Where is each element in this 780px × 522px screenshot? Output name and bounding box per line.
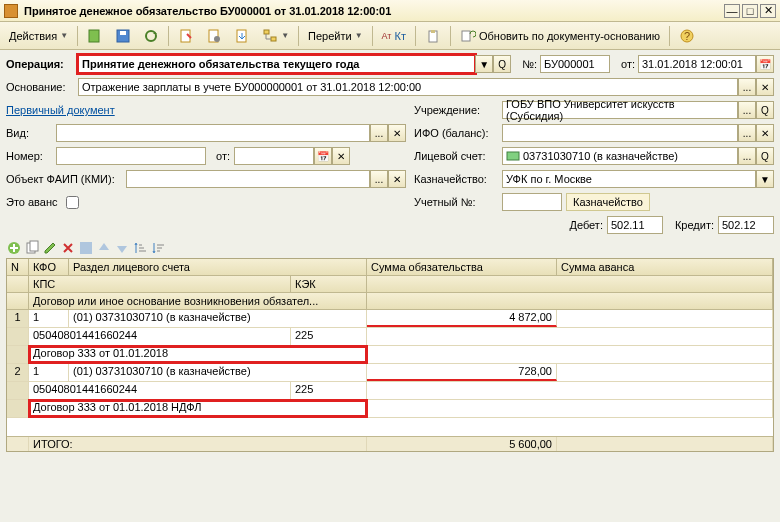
repost-button[interactable]	[138, 25, 164, 47]
ifo-clear[interactable]: ✕	[756, 124, 774, 142]
col-kek[interactable]: КЭК	[291, 276, 367, 292]
form-area: Операция: Принятие денежного обязательст…	[0, 50, 780, 456]
account-open[interactable]: Q	[756, 147, 774, 165]
operation-clear[interactable]: Q	[493, 55, 511, 73]
copy-row-icon[interactable]	[24, 240, 40, 256]
create-based-button[interactable]: ▼	[257, 25, 294, 47]
actions-menu[interactable]: Действия▼	[4, 25, 73, 47]
type-clear[interactable]: ✕	[388, 124, 406, 142]
operation-dropdown[interactable]: ▼	[475, 55, 493, 73]
clipboard-button[interactable]	[420, 25, 446, 47]
add-row-icon[interactable]	[6, 240, 22, 256]
basis-select[interactable]: ...	[738, 78, 756, 96]
institution-open[interactable]: Q	[756, 101, 774, 119]
num-field[interactable]	[56, 147, 206, 165]
table-row[interactable]: Договор 333 от 01.01.2018	[7, 346, 773, 364]
edit-row-icon[interactable]	[42, 240, 58, 256]
table-row[interactable]: 05040801441660244 225	[7, 382, 773, 400]
basis-field[interactable]: Отражение зарплаты в учете БУ000000001 о…	[78, 78, 738, 96]
col-kps[interactable]: КПС	[29, 276, 291, 292]
footer-total: 5 600,00	[367, 437, 557, 451]
debit-label: Дебет:	[565, 219, 606, 231]
date-field[interactable]: 31.01.2018 12:00:01	[638, 55, 756, 73]
doc-icon	[178, 28, 194, 44]
primary-doc-link[interactable]: Первичный документ	[6, 104, 115, 116]
grid: N КФО Раздел лицевого счета Сумма обязат…	[6, 258, 774, 452]
col-razdel[interactable]: Раздел лицевого счета	[69, 259, 367, 275]
maximize-button[interactable]: □	[742, 4, 758, 18]
help-button[interactable]: ?	[674, 25, 700, 47]
ifo-field[interactable]	[502, 124, 738, 142]
account-label: Лицевой счет:	[414, 150, 502, 162]
institution-select[interactable]: ...	[738, 101, 756, 119]
basis-clear[interactable]: ✕	[756, 78, 774, 96]
grid-header-row2: КПС КЭК	[7, 276, 773, 293]
cell-razdel: (01) 03731030710 (в казначействе)	[69, 310, 367, 327]
cell-sum: 4 872,00	[367, 310, 557, 327]
date-picker[interactable]: 📅	[756, 55, 774, 73]
table-row[interactable]: 2 1 (01) 03731030710 (в казначействе) 72…	[7, 364, 773, 382]
faip-clear[interactable]: ✕	[388, 170, 406, 188]
col-kfo[interactable]: КФО	[29, 259, 69, 275]
move-up-icon[interactable]	[96, 240, 112, 256]
minimize-button[interactable]: —	[724, 4, 740, 18]
svg-rect-18	[30, 241, 38, 251]
type-field[interactable]	[56, 124, 370, 142]
col-sum-avans[interactable]: Сумма аванса	[557, 259, 773, 275]
table-row[interactable]: 05040801441660244 225	[7, 328, 773, 346]
cell-n: 2	[7, 364, 29, 381]
col-n[interactable]: N	[7, 259, 29, 275]
doc1-button[interactable]	[173, 25, 199, 47]
advance-checkbox[interactable]	[66, 196, 79, 209]
goto-menu[interactable]: Перейти▼	[303, 25, 368, 47]
col-dogovor[interactable]: Договор или иное основание возникновения…	[29, 293, 367, 309]
post-button[interactable]	[82, 25, 108, 47]
card-icon	[506, 150, 520, 162]
cell-dogovor: Договор 333 от 01.01.2018 НДФЛ	[29, 400, 367, 417]
ifo-select[interactable]: ...	[738, 124, 756, 142]
account-field[interactable]: 03731030710 (в казначействе)	[502, 147, 738, 165]
treasury-dropdown[interactable]: ▼	[756, 170, 774, 188]
cell-avans	[557, 364, 773, 381]
svg-rect-8	[264, 30, 269, 34]
credit-field[interactable]: 502.12	[718, 216, 774, 234]
credit-label: Кредит:	[671, 219, 718, 231]
num-date-clear[interactable]: ✕	[332, 147, 350, 165]
cell-n: 1	[7, 310, 29, 327]
faip-field[interactable]	[126, 170, 370, 188]
tree-icon	[262, 28, 278, 44]
account-select[interactable]: ...	[738, 147, 756, 165]
col-sum-obl[interactable]: Сумма обязательства	[367, 259, 557, 275]
advance-label: Это аванс	[6, 196, 62, 208]
doc2-button[interactable]	[201, 25, 227, 47]
num-date-picker[interactable]: 📅	[314, 147, 332, 165]
accnum-field[interactable]	[502, 193, 562, 211]
cell-kps: 05040801441660244	[29, 328, 291, 345]
save-button[interactable]	[110, 25, 136, 47]
toolbar: Действия▼ ▼ Перейти▼ АтКт Обновить по до…	[0, 22, 780, 50]
refresh-by-doc-button[interactable]: Обновить по документу-основанию	[455, 25, 665, 47]
save-grid-icon[interactable]	[78, 240, 94, 256]
sort-asc-icon[interactable]	[132, 240, 148, 256]
debit-field[interactable]: 502.11	[607, 216, 663, 234]
kaznach-tooltip: Казначейство	[566, 193, 650, 211]
number-label: №:	[519, 58, 540, 70]
table-row[interactable]: Договор 333 от 01.01.2018 НДФЛ	[7, 400, 773, 418]
number-field[interactable]: БУ000001	[540, 55, 610, 73]
svg-rect-19	[80, 242, 92, 254]
operation-field[interactable]: Принятие денежного обязательства текущег…	[78, 55, 475, 73]
doc-down-icon	[234, 28, 250, 44]
close-button[interactable]: ✕	[760, 4, 776, 18]
treasury-field[interactable]: УФК по г. Москве	[502, 170, 756, 188]
akt-button[interactable]: АтКт	[377, 25, 411, 47]
move-down-icon[interactable]	[114, 240, 130, 256]
delete-row-icon[interactable]	[60, 240, 76, 256]
sort-desc-icon[interactable]	[150, 240, 166, 256]
doc3-button[interactable]	[229, 25, 255, 47]
num-date-field[interactable]	[234, 147, 314, 165]
institution-field[interactable]: ГОБУ ВПО Университет искусств (Субсидия)	[502, 101, 738, 119]
faip-select[interactable]: ...	[370, 170, 388, 188]
svg-rect-15	[507, 152, 519, 160]
type-select[interactable]: ...	[370, 124, 388, 142]
table-row[interactable]: 1 1 (01) 03731030710 (в казначействе) 4 …	[7, 310, 773, 328]
